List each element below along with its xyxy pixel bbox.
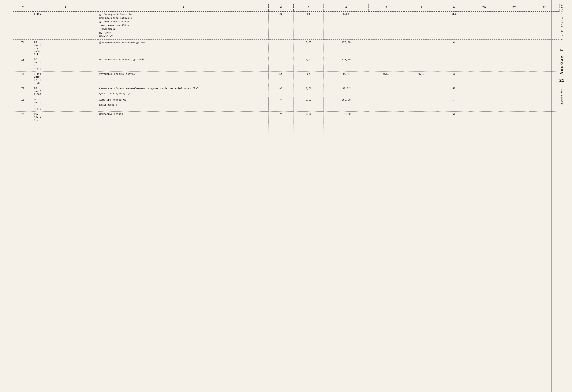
- row-unit-i9: т: [269, 112, 293, 123]
- row-qty-cont: 54: [293, 11, 323, 40]
- row-ref-i7: ССЦ том I 8-503: [33, 86, 98, 97]
- row-desc-i4: Дополнительные закладные детали: [98, 40, 269, 57]
- row-qty-i7: 0,56: [293, 86, 323, 97]
- row-total-cont: 359: [439, 11, 469, 40]
- row-price-i7: 82,82: [324, 86, 369, 97]
- row-qty-i8: 0,02: [293, 97, 323, 112]
- row-c10-i6: [469, 72, 499, 86]
- row-unit-i5: т: [269, 57, 293, 72]
- row-price-i6: 0,72: [324, 72, 369, 86]
- row-c11-i5: [499, 57, 529, 72]
- row-unit-cont: м2: [269, 11, 293, 40]
- row-id-i5: I5: [13, 57, 33, 72]
- main-table: I 2 3 4 5 6 7 8 9 IO II I2 8-I5I до 6м ш…: [13, 4, 559, 134]
- row-c11-i8: [499, 97, 529, 112]
- row-c8-i4: [404, 40, 439, 57]
- row-ref-i5: ССЦ том I т.ч. т.3-I: [33, 57, 98, 72]
- col-header-9: 9: [439, 4, 469, 11]
- col-header-2: 2: [33, 4, 98, 11]
- table-row: 8-I5I до 6м шириной более 2м при расчетн…: [13, 11, 559, 40]
- row-desc-i8: Арматура класса АШ Цена: 250xI,4: [98, 97, 269, 112]
- row-c8-i8: [404, 97, 439, 112]
- row-qty-i5: 0,0I: [293, 57, 323, 72]
- row-qty-i9: 0,I0: [293, 112, 323, 123]
- row-c8-i9: [404, 112, 439, 123]
- row-c11-i6: [499, 72, 529, 86]
- row-c10-i7: [469, 86, 499, 97]
- row-c10-i8: [469, 97, 499, 112]
- row-c8-cont: [404, 11, 439, 40]
- table-row: I6 7-668 шифр 47-II- -I.8 Установка опор…: [13, 72, 559, 86]
- row-c10-cont: [469, 11, 499, 40]
- row-id-i8: I8: [13, 97, 33, 112]
- row-desc-i5: Металлизация закладных деталей: [98, 57, 269, 72]
- row-ref-i8: ССЦ том I т.ч. т.3-I: [33, 97, 98, 112]
- table-row-empty: [13, 123, 559, 134]
- row-desc-cont: до 6м шириной более 2м при расчетной наг…: [98, 11, 269, 40]
- row-price-cont: 6,64: [324, 11, 369, 40]
- row-price-i5: I78,00: [324, 57, 369, 72]
- row-unit-i8: т: [269, 97, 293, 112]
- row-c8-i5: [404, 57, 439, 72]
- row-ref-i6: 7-668 шифр 47-II- -I.8: [33, 72, 98, 86]
- col-header-6: 6: [324, 4, 369, 11]
- row-id-i4: I4: [13, 40, 33, 57]
- row-ref-cont: 8-I5I: [33, 11, 98, 40]
- table-header: I 2 3 4 5 6 7 8 9 IO II I2: [13, 4, 559, 11]
- table-row: I9 ССЦ том I т.ч. Закладные детали т 0,I…: [13, 112, 559, 123]
- row-c11-i4: [499, 40, 529, 57]
- col-header-10: IO: [469, 4, 499, 11]
- row-price-i8: 350,00: [324, 97, 369, 112]
- right-margin: Тип.пр.8/6-1-74.86 Альбом 7 21 21009-04: [551, 0, 572, 392]
- table-row: I5 ССЦ том I т.ч. т.3-I Металлизация зак…: [13, 57, 559, 72]
- col-header-11: II: [499, 4, 529, 11]
- row-c11-cont: [499, 11, 529, 40]
- row-desc-i9: Закладные детали: [98, 112, 269, 123]
- row-c7-i5: [369, 57, 404, 72]
- row-unit-i6: шт: [269, 72, 293, 86]
- col-header-7: 7: [369, 4, 404, 11]
- row-id-cont: [13, 11, 33, 40]
- row-c8-i6: 0,I3: [404, 72, 439, 86]
- row-total-i6: I9: [439, 72, 469, 86]
- row-id-i9: I9: [13, 112, 33, 123]
- row-c11-i7: [499, 86, 529, 97]
- row-price-i4: 4I3,00: [324, 40, 369, 57]
- row-total-i7: 46: [439, 86, 469, 97]
- row-unit-i7: м3: [269, 86, 293, 97]
- table-row: I7 ССЦ том I 8-503 Стоимость сборных жел…: [13, 86, 559, 97]
- row-desc-i6: Установка опорных подушек: [98, 72, 269, 86]
- table-row: I4 ССЦ том I т.ч. табл. 3-I Дополнительн…: [13, 40, 559, 57]
- row-c7-i4: [369, 40, 404, 57]
- row-ref-i9: ССЦ том I т.ч.: [33, 112, 98, 123]
- row-c10-i9: [469, 112, 499, 123]
- table-row: I8 ССЦ том I т.ч. т.3-I Арматура класса …: [13, 97, 559, 112]
- row-total-i8: 7: [439, 97, 469, 112]
- col-header-4: 4: [269, 4, 293, 11]
- row-c7-i9: [369, 112, 404, 123]
- row-unit-i4: т: [269, 40, 293, 57]
- row-id-i7: I7: [13, 86, 33, 97]
- col-header-8: 8: [404, 4, 439, 11]
- side-label-code: 21009-04: [560, 89, 563, 105]
- page-container: I 2 3 4 5 6 7 8 9 IO II I2 8-I5I до 6м ш…: [11, 0, 561, 138]
- row-qty-i4: 0,0I: [293, 40, 323, 57]
- row-c11-i9: [499, 112, 529, 123]
- row-id-i6: I6: [13, 72, 33, 86]
- row-c7-cont: [369, 11, 404, 40]
- row-c7-i6: 0,59: [369, 72, 404, 86]
- row-c7-i8: [369, 97, 404, 112]
- row-total-i5: 2: [439, 57, 469, 72]
- row-ref-i4: ССЦ том I т.ч. табл. 3-I: [33, 40, 98, 57]
- col-header-5: 5: [293, 4, 323, 11]
- row-total-i4: 4: [439, 40, 469, 57]
- col-header-3: 3: [98, 4, 269, 11]
- row-total-i9: 58: [439, 112, 469, 123]
- row-price-i9: 578,20: [324, 112, 369, 123]
- side-label-album: Альбом 7: [559, 48, 564, 75]
- row-c7-i7: [369, 86, 404, 97]
- row-desc-i7: Стоимость сборных железобетонных подушек…: [98, 86, 269, 97]
- row-c10-i5: [469, 57, 499, 72]
- row-c8-i7: [404, 86, 439, 97]
- page-number: 21: [559, 78, 564, 83]
